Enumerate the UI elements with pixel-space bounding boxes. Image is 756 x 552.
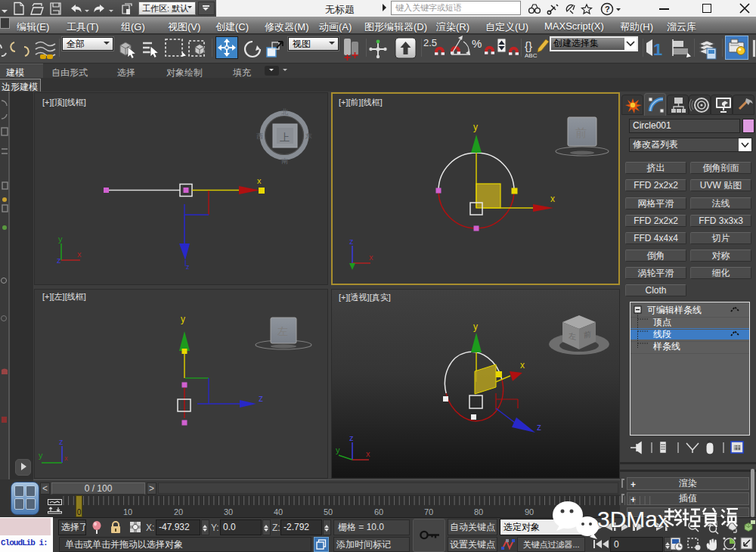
svg-text:60: 60 bbox=[374, 507, 383, 516]
svg-text:%: % bbox=[472, 37, 482, 50]
svg-text:线段: 线段 bbox=[653, 329, 671, 340]
svg-text:[+][透视][真实]: [+][透视][真实] bbox=[339, 293, 391, 302]
svg-text:前: 前 bbox=[584, 330, 591, 340]
svg-text:20: 20 bbox=[174, 507, 183, 516]
svg-text:x: x bbox=[369, 253, 373, 262]
svg-text:[+][左][线框]: [+][左][线框] bbox=[42, 292, 86, 301]
svg-text:[+][顶][线框]: [+][顶][线框] bbox=[42, 98, 86, 107]
svg-text:z: z bbox=[349, 237, 354, 246]
svg-text:x: x bbox=[257, 176, 262, 185]
svg-text:z: z bbox=[186, 263, 190, 271]
svg-text:z: z bbox=[59, 437, 64, 446]
svg-text:y: y bbox=[181, 314, 185, 324]
svg-text:样条线: 样条线 bbox=[652, 341, 680, 352]
svg-text:顶点: 顶点 bbox=[652, 317, 671, 327]
svg-text:3DMax: 3DMax bbox=[597, 507, 669, 532]
svg-text:x: x bbox=[77, 250, 82, 259]
svg-text:y: y bbox=[336, 445, 340, 454]
svg-text:东: 东 bbox=[305, 132, 312, 140]
svg-text:80: 80 bbox=[474, 507, 483, 516]
svg-text:90: 90 bbox=[525, 507, 534, 516]
svg-text:[+][前][线框]: [+][前][线框] bbox=[339, 98, 383, 107]
svg-text:上: 上 bbox=[280, 132, 290, 143]
svg-text:y: y bbox=[58, 234, 63, 243]
svg-text:可编辑样条线: 可编辑样条线 bbox=[647, 305, 702, 315]
svg-text:70: 70 bbox=[424, 507, 433, 516]
svg-text:2.5: 2.5 bbox=[423, 37, 437, 48]
svg-text:左: 左 bbox=[568, 331, 576, 341]
svg-text:40: 40 bbox=[274, 507, 283, 516]
svg-text:前: 前 bbox=[575, 126, 587, 139]
svg-text:x: x bbox=[64, 454, 68, 462]
svg-text:y: y bbox=[473, 122, 478, 132]
svg-text:x: x bbox=[550, 194, 555, 204]
svg-text:z: z bbox=[57, 256, 61, 265]
svg-text:z: z bbox=[349, 433, 354, 442]
svg-text:x: x bbox=[520, 360, 525, 371]
svg-text:y: y bbox=[39, 451, 43, 460]
svg-text:y: y bbox=[473, 321, 478, 332]
svg-text:左: 左 bbox=[277, 325, 288, 337]
svg-text:z: z bbox=[259, 393, 263, 404]
svg-text:1: 1 bbox=[653, 40, 662, 59]
svg-text:南: 南 bbox=[281, 157, 288, 165]
svg-text:西: 西 bbox=[256, 132, 263, 140]
svg-text:北: 北 bbox=[281, 108, 288, 116]
svg-text:x: x bbox=[366, 449, 370, 458]
svg-text:z: z bbox=[537, 422, 541, 433]
svg-text:30: 30 bbox=[224, 507, 233, 516]
svg-text:?: ? bbox=[605, 5, 610, 14]
svg-text:ABC: ABC bbox=[525, 52, 538, 59]
svg-text:50: 50 bbox=[324, 507, 333, 516]
svg-text:{}: {} bbox=[525, 39, 532, 52]
svg-text:10: 10 bbox=[123, 507, 132, 516]
